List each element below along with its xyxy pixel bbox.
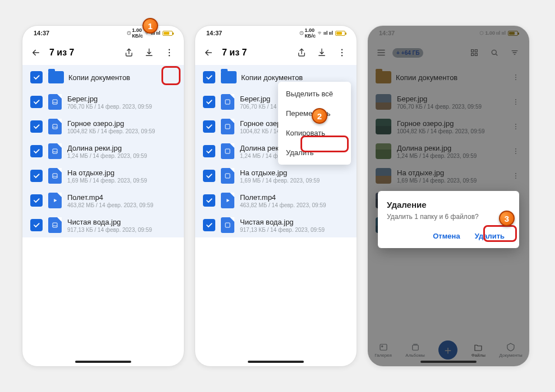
- image-file-icon: [221, 217, 234, 233]
- list-item[interactable]: Горное озеро.jpg1004,82 КБ / 14 февр. 20…: [22, 114, 184, 139]
- item-name: Чистая вода.jpg: [240, 218, 349, 226]
- checkbox-icon[interactable]: [203, 194, 215, 207]
- list-item[interactable]: Долина реки.jpg1,24 МБ / 14 февр. 2023, …: [22, 139, 184, 164]
- video-file-icon: [48, 193, 62, 208]
- share-button[interactable]: [294, 45, 309, 60]
- file-list: Копии документов Берег.jpg706,70 КБ / 14…: [22, 65, 184, 366]
- item-name: Копии документов: [68, 73, 176, 82]
- image-file-icon: [48, 168, 62, 184]
- item-name: Горное озеро.jpg: [67, 119, 176, 128]
- checkbox-icon[interactable]: [30, 194, 43, 207]
- folder-icon: [48, 71, 64, 83]
- clock: 14:37: [34, 30, 49, 36]
- item-name: Копии документов: [241, 73, 349, 82]
- share-button[interactable]: [121, 45, 137, 60]
- overflow-button[interactable]: [334, 45, 350, 60]
- menu-delete[interactable]: Удалить: [278, 143, 351, 162]
- svg-point-12: [341, 55, 343, 56]
- annotation-marker-3: 3: [499, 211, 515, 226]
- svg-point-2: [169, 52, 170, 53]
- checkbox-icon[interactable]: [30, 170, 43, 182]
- dialog-cancel-button[interactable]: Отмена: [427, 228, 465, 244]
- svg-point-3: [169, 55, 170, 56]
- phone-panel-2: 14:37 1.00КБ/с ıılııl 7 из 7 Копии докум…: [195, 25, 357, 367]
- list-item[interactable]: Полет.mp4463,82 МБ / 14 февр. 2023, 09:5…: [195, 188, 357, 213]
- selection-header: 7 из 7: [195, 40, 357, 65]
- menu-select-all[interactable]: Выделить всё: [278, 84, 351, 104]
- item-name: Долина реки.jpg: [67, 144, 176, 152]
- item-meta: 463,82 МБ / 14 февр. 2023, 09:59: [240, 202, 349, 208]
- phone-panel-3: 14:37 1.00 ıılııl ++64 ГБ Копии документ…: [367, 25, 530, 367]
- item-name: Чистая вода.jpg: [67, 218, 176, 226]
- checkbox-icon[interactable]: [203, 170, 215, 182]
- checkbox-icon[interactable]: [203, 219, 215, 231]
- back-button[interactable]: [29, 48, 43, 58]
- item-meta: 1,69 МБ / 14 февр. 2023, 09:59: [67, 178, 176, 184]
- dialog-title: Удаление: [387, 200, 510, 209]
- list-item[interactable]: Чистая вода.jpg917,13 КБ / 14 февр. 2023…: [195, 213, 357, 237]
- overflow-button[interactable]: [161, 45, 177, 60]
- item-name: Полет.mp4: [67, 193, 176, 202]
- list-item[interactable]: Копии документов: [22, 65, 184, 90]
- image-file-icon: [221, 94, 234, 110]
- checkbox-icon[interactable]: [30, 96, 43, 108]
- list-item[interactable]: На отдыхе.jpg1,69 МБ / 14 февр. 2023, 09…: [22, 164, 184, 188]
- checkbox-icon[interactable]: [203, 71, 215, 83]
- list-item[interactable]: Берег.jpg706,70 КБ / 14 февр. 2023, 09:5…: [22, 90, 184, 114]
- image-file-icon: [221, 143, 234, 159]
- svg-rect-7: [53, 174, 57, 178]
- item-meta: 463,82 МБ / 14 февр. 2023, 09:59: [67, 202, 176, 208]
- item-name: Полет.mp4: [240, 193, 349, 202]
- checkbox-icon[interactable]: [203, 120, 215, 133]
- back-button[interactable]: [202, 48, 215, 58]
- svg-rect-5: [53, 124, 57, 129]
- svg-rect-6: [53, 149, 57, 153]
- svg-rect-4: [53, 100, 57, 104]
- download-button[interactable]: [314, 45, 330, 60]
- home-indicator: [75, 361, 131, 363]
- status-bar: 14:37 1.00КБ/с ıılııl: [22, 26, 184, 40]
- phone-panel-1: 14:37 1.00КБ/с ıılııl 7 из 7 Копии докум…: [22, 25, 184, 367]
- svg-rect-17: [225, 223, 230, 227]
- checkbox-icon[interactable]: [30, 71, 43, 83]
- item-meta: 917,13 КБ / 14 февр. 2023, 09:59: [240, 227, 349, 233]
- item-meta: 706,70 КБ / 14 февр. 2023, 09:59: [67, 104, 176, 110]
- status-bar: 14:37 1.00КБ/с ıılııl: [195, 26, 357, 40]
- folder-icon: [221, 71, 237, 83]
- checkbox-icon[interactable]: [30, 145, 43, 157]
- selection-count: 7 из 7: [47, 48, 117, 58]
- image-file-icon: [48, 143, 62, 159]
- annotation-marker-2: 2: [312, 108, 327, 124]
- video-file-icon: [221, 193, 234, 208]
- item-meta: 917,13 КБ / 14 февр. 2023, 09:59: [67, 227, 176, 233]
- home-indicator: [248, 361, 304, 363]
- item-meta: 1004,82 КБ / 14 февр. 2023, 09:59: [67, 128, 176, 134]
- checkbox-icon[interactable]: [203, 96, 215, 108]
- svg-point-1: [169, 49, 170, 50]
- menu-copy[interactable]: Копировать: [278, 123, 351, 143]
- selection-count: 7 из 7: [220, 48, 289, 58]
- image-file-icon: [221, 168, 234, 184]
- dialog-confirm-button[interactable]: Удалить: [469, 228, 510, 244]
- svg-rect-14: [225, 124, 230, 129]
- clock: 14:37: [206, 30, 222, 36]
- item-name: Берег.jpg: [67, 95, 176, 103]
- list-item[interactable]: Полет.mp4463,82 МБ / 14 февр. 2023, 09:5…: [22, 188, 184, 213]
- list-item[interactable]: На отдыхе.jpg1,69 МБ / 14 февр. 2023, 09…: [195, 164, 357, 188]
- checkbox-icon[interactable]: [30, 120, 43, 133]
- selection-header: 7 из 7: [22, 40, 184, 65]
- overflow-menu: Выделить всё Переместить Копировать Удал…: [278, 82, 351, 165]
- annotation-marker-1: 1: [142, 18, 158, 34]
- svg-rect-13: [225, 100, 230, 104]
- svg-rect-15: [225, 149, 230, 153]
- download-button[interactable]: [141, 45, 157, 60]
- checkbox-icon[interactable]: [30, 219, 43, 231]
- item-name: На отдыхе.jpg: [240, 169, 349, 177]
- image-file-icon: [48, 119, 62, 134]
- list-item[interactable]: Чистая вода.jpg917,13 КБ / 14 февр. 2023…: [22, 213, 184, 237]
- checkbox-icon[interactable]: [203, 145, 215, 157]
- delete-dialog: Удаление Удалить 1 папку и 6 файлов? Отм…: [378, 191, 519, 248]
- item-name: На отдыхе.jpg: [67, 169, 176, 177]
- image-file-icon: [221, 119, 234, 134]
- svg-rect-8: [53, 223, 57, 227]
